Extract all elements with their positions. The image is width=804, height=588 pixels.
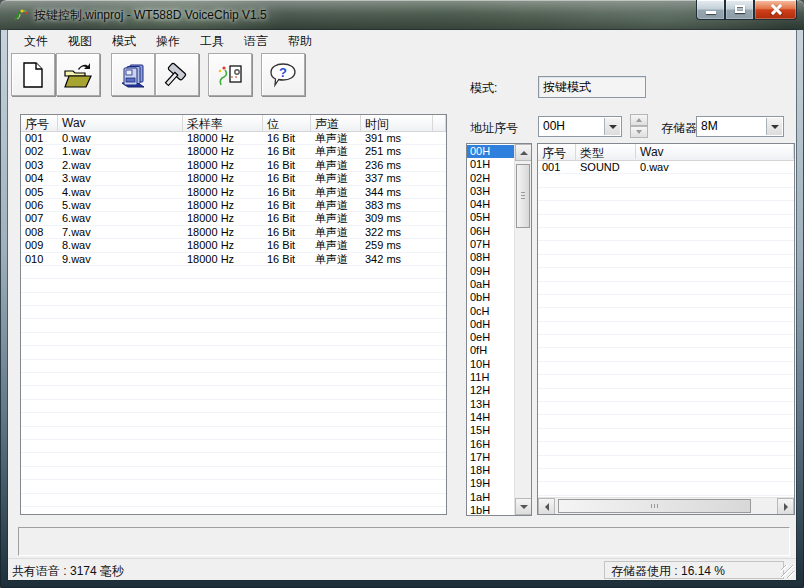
address-list-item[interactable]: 19H xyxy=(467,477,514,490)
table-row[interactable] xyxy=(21,346,446,359)
address-list-item[interactable]: 13H xyxy=(467,398,514,411)
table-row[interactable] xyxy=(538,174,794,187)
address-list-item[interactable]: 08H xyxy=(467,251,514,264)
address-list-item[interactable]: 10H xyxy=(467,358,514,371)
table-row[interactable]: 0043.wav18000 Hz16 Bit单声道337 ms xyxy=(21,172,446,185)
table-row[interactable]: 0076.wav18000 Hz16 Bit单声道309 ms xyxy=(21,212,446,225)
spinner-down-icon[interactable] xyxy=(630,126,648,138)
menu-item-0[interactable]: 文件 xyxy=(14,30,58,53)
address-list-item[interactable]: 09H xyxy=(467,265,514,278)
address-list-item[interactable]: 05H xyxy=(467,211,514,224)
address-list-item[interactable]: 03H xyxy=(467,185,514,198)
table-row[interactable] xyxy=(538,375,794,388)
table-row[interactable] xyxy=(538,241,794,254)
table-row[interactable] xyxy=(538,415,794,428)
table-row[interactable] xyxy=(21,507,446,515)
table-row[interactable]: 001SOUND0.wav xyxy=(538,161,794,174)
table-row[interactable] xyxy=(21,306,446,319)
menu-item-1[interactable]: 视图 xyxy=(58,30,102,53)
voice-table-hscrollbar[interactable] xyxy=(538,497,794,514)
table-row[interactable] xyxy=(21,400,446,413)
chevron-down-icon[interactable] xyxy=(766,118,782,135)
table-row[interactable] xyxy=(538,335,794,348)
table-row[interactable]: 0021.wav18000 Hz16 Bit单声道251 ms xyxy=(21,145,446,158)
table-row[interactable]: 0032.wav18000 Hz16 Bit单声道236 ms xyxy=(21,159,446,172)
column-header[interactable]: 序号 xyxy=(538,144,576,159)
scrollbar-thumb[interactable] xyxy=(516,164,530,228)
column-header[interactable]: 位 xyxy=(263,115,311,131)
address-spinner[interactable] xyxy=(630,114,648,139)
address-list-scrollbar[interactable] xyxy=(514,144,531,515)
table-row[interactable] xyxy=(538,188,794,201)
table-row[interactable] xyxy=(21,413,446,426)
address-list-item[interactable]: 0cH xyxy=(467,305,514,318)
menu-item-2[interactable]: 模式 xyxy=(102,30,146,53)
menu-item-6[interactable]: 帮助 xyxy=(278,30,322,53)
table-row[interactable] xyxy=(538,282,794,295)
scroll-left-icon[interactable] xyxy=(538,498,555,515)
column-header[interactable]: Wav xyxy=(636,144,794,159)
table-row[interactable]: 0109.wav18000 Hz16 Bit单声道342 ms xyxy=(21,253,446,266)
table-row[interactable] xyxy=(21,319,446,332)
menu-item-4[interactable]: 工具 xyxy=(190,30,234,53)
column-header[interactable]: 时间 xyxy=(361,115,433,131)
table-row[interactable] xyxy=(21,279,446,292)
mode-field[interactable]: 按键模式 xyxy=(538,76,646,98)
column-header[interactable]: 声道 xyxy=(311,115,361,131)
table-row[interactable] xyxy=(538,469,794,482)
table-row[interactable] xyxy=(21,427,446,440)
maximize-button[interactable] xyxy=(725,0,754,20)
menu-item-3[interactable]: 操作 xyxy=(146,30,190,53)
table-row[interactable] xyxy=(21,373,446,386)
table-row[interactable]: 0098.wav18000 Hz16 Bit单声道259 ms xyxy=(21,239,446,252)
address-list-item[interactable]: 02H xyxy=(467,172,514,185)
address-list-item[interactable]: 17H xyxy=(467,451,514,464)
table-row[interactable] xyxy=(538,389,794,402)
address-list-item[interactable]: 0dH xyxy=(467,318,514,331)
build-button[interactable] xyxy=(155,53,199,96)
table-row[interactable] xyxy=(21,440,446,453)
table-row[interactable] xyxy=(538,456,794,469)
address-list-item[interactable]: 00H xyxy=(467,145,514,158)
table-row[interactable] xyxy=(538,482,794,495)
scroll-up-icon[interactable] xyxy=(515,144,532,161)
table-row[interactable] xyxy=(538,268,794,281)
table-row[interactable] xyxy=(21,266,446,279)
table-row[interactable] xyxy=(538,295,794,308)
table-row[interactable] xyxy=(21,467,446,480)
close-button[interactable] xyxy=(754,0,797,20)
table-row[interactable] xyxy=(538,348,794,361)
table-row[interactable] xyxy=(538,322,794,335)
memory-combobox[interactable]: 8M xyxy=(696,116,784,137)
column-header[interactable]: Wav xyxy=(58,115,183,131)
address-combobox[interactable]: 00H xyxy=(538,116,622,137)
table-row[interactable] xyxy=(538,255,794,268)
address-list-item[interactable]: 1bH xyxy=(467,504,514,515)
table-row[interactable] xyxy=(21,386,446,399)
table-row[interactable] xyxy=(538,402,794,415)
table-row[interactable]: 0054.wav18000 Hz16 Bit单声道344 ms xyxy=(21,186,446,199)
table-row[interactable]: 0065.wav18000 Hz16 Bit单声道383 ms xyxy=(21,199,446,212)
table-row[interactable] xyxy=(21,333,446,346)
new-project-button[interactable] xyxy=(11,53,55,96)
table-row[interactable] xyxy=(21,453,446,466)
address-list-item[interactable]: 1aH xyxy=(467,491,514,504)
column-header[interactable]: 序号 xyxy=(21,115,58,131)
address-list-item[interactable]: 0fH xyxy=(467,344,514,357)
table-row[interactable] xyxy=(538,215,794,228)
address-list-item[interactable]: 12H xyxy=(467,384,514,397)
table-row[interactable] xyxy=(538,228,794,241)
table-row[interactable] xyxy=(21,293,446,306)
column-header[interactable]: 采样率 xyxy=(183,115,263,131)
spinner-up-icon[interactable] xyxy=(630,114,648,126)
table-row[interactable]: 0010.wav18000 Hz16 Bit单声道391 ms xyxy=(21,132,446,145)
table-row[interactable] xyxy=(21,494,446,507)
address-listbox[interactable]: 00H01H02H03H04H05H06H07H08H09H0aH0bH0cH0… xyxy=(466,143,532,516)
address-list-item[interactable]: 11H xyxy=(467,371,514,384)
table-row[interactable] xyxy=(538,429,794,442)
address-list-item[interactable]: 0eH xyxy=(467,331,514,344)
table-row[interactable] xyxy=(538,362,794,375)
address-list-item[interactable]: 0bH xyxy=(467,291,514,304)
resize-grip[interactable] xyxy=(781,565,794,578)
address-list-item[interactable]: 04H xyxy=(467,198,514,211)
